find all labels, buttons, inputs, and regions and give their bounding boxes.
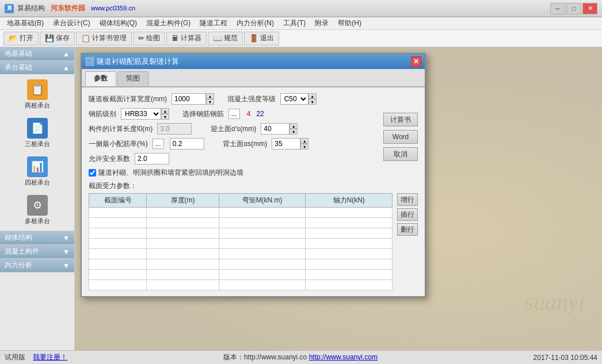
register-link[interactable]: 我要注册！ [33,353,67,361]
width-down-btn[interactable]: ▼ [206,99,214,105]
cell-num-5[interactable] [89,249,147,259]
calc-mgmt-button[interactable]: 📋 计算书管理 [76,32,132,45]
cell-force-2[interactable] [306,218,393,228]
cell-force-8[interactable] [306,280,393,290]
min-rebar-input[interactable] [170,138,204,150]
menu-neilishengji[interactable]: 内力分析(N) [232,17,279,29]
concrete-select[interactable]: C50 C40 C30 [280,93,308,105]
choose-rebar-button[interactable]: ... [228,109,240,119]
menu-suidaogongcheng[interactable]: 隧道工程 [195,17,232,29]
cell-thick-8[interactable] [147,280,219,290]
width-label: 隧道板截面计算宽度(mm) [89,94,167,104]
cell-thick-3[interactable] [147,228,219,239]
cell-force-5[interactable] [306,249,393,259]
concrete-down-btn[interactable]: ▼ [308,99,317,105]
menu-gongju[interactable]: 工具(T) [279,17,310,29]
face-alpha-up-btn[interactable]: ▲ [289,123,298,129]
cell-force-3[interactable] [306,228,393,239]
tunnel-checkbox[interactable] [89,169,96,177]
cell-thick-2[interactable] [147,218,219,228]
rebar-grade-select[interactable]: HRB33 HRB40 HPB30 [121,108,161,120]
concrete-up-btn[interactable]: ▲ [308,93,317,99]
concrete-spinner[interactable]: C50 C40 C30 ▲ ▼ [280,93,317,105]
safety-factor-input[interactable] [135,153,169,164]
calculator-button[interactable]: 🖩 计算器 [166,32,207,45]
cell-thick-1[interactable] [147,208,219,218]
sidebar-header-dijiji[interactable]: 地基基础 ▲ [0,47,74,60]
spec-button[interactable]: 📖 规范 [208,32,243,45]
open-button[interactable]: 📂 打开 [3,32,39,45]
cancel-button[interactable]: 取消 [383,147,418,161]
cell-num-2[interactable] [89,218,147,228]
cell-num-8[interactable] [89,280,147,290]
sidebar-header-qiti[interactable]: 砌体结构 ▼ [0,231,74,244]
exit-button[interactable]: 🚪 退出 [244,32,279,45]
cell-moment-4[interactable] [219,239,306,249]
cell-thick-7[interactable] [147,270,219,280]
face-alpha-down-btn[interactable]: ▼ [289,129,298,135]
menu-hunningtugouji[interactable]: 混凝土构件(G) [142,17,195,29]
cell-num-6[interactable] [89,259,147,270]
cell-force-1[interactable] [306,208,393,218]
width-spinner[interactable]: ▲ ▼ [172,93,214,105]
cell-thick-5[interactable] [147,249,219,259]
sidebar-item-duozhuang[interactable]: ⚙ 多桩承台 [2,192,72,228]
cell-moment-5[interactable] [219,249,306,259]
draw-icon: ✏ [138,34,144,43]
sidebar-header-chengtai[interactable]: 承台基础 ▲ [0,61,74,74]
insert-row-button[interactable]: 插行 [397,208,418,221]
cell-num-3[interactable] [89,228,147,239]
add-row-button[interactable]: 增行 [397,193,418,206]
sidebar-item-sizhuang[interactable]: 📊 四桩承台 [2,154,72,190]
rebar-grade-spinner[interactable]: HRB33 HRB40 HPB30 ▲ ▼ [121,108,169,120]
tab-diagram[interactable]: 简图 [117,71,148,86]
cell-moment-1[interactable] [219,208,306,218]
cell-moment-8[interactable] [219,280,306,290]
cell-force-7[interactable] [306,270,393,280]
back-alpha-spinner[interactable]: ▲ ▼ [272,138,308,150]
face-alpha-spinner[interactable]: ▲ ▼ [261,123,298,135]
tab-params[interactable]: 参数 [85,71,116,86]
sidebar-header-hunningtu[interactable]: 混凝土构件 ▼ [0,245,74,258]
cell-thick-4[interactable] [147,239,219,249]
table-row [89,249,393,259]
sidebar-item-liangzhuang[interactable]: 📋 两桩承台 [2,76,72,113]
cell-force-6[interactable] [306,259,393,270]
dialog-close-button[interactable]: ✕ [411,56,421,67]
cell-thick-6[interactable] [147,259,219,270]
cell-num-4[interactable] [89,239,147,249]
form-row-width-concrete: 隧道板截面计算宽度(mm) ▲ ▼ 混凝土强度等级 C50 C40 [89,93,418,105]
cell-num-7[interactable] [89,270,147,280]
back-alpha-down-btn[interactable]: ▼ [300,144,308,150]
back-alpha-input[interactable] [272,138,300,150]
save-button[interactable]: 💾 保存 [40,32,75,45]
menu-bangzhu[interactable]: 帮助(H) [333,17,366,29]
width-input[interactable] [172,93,206,105]
min-rebar-btn[interactable]: ... [153,139,164,149]
draw-button[interactable]: ✏ 绘图 [133,32,165,45]
rebar-grade-down-btn[interactable]: ▼ [161,114,169,120]
menu-dijijijichu[interactable]: 地基基础(B) [2,17,48,29]
menu-fulu[interactable]: 附录 [310,17,333,29]
minimize-button[interactable]: ─ [550,3,565,14]
cell-moment-7[interactable] [219,270,306,280]
cell-moment-3[interactable] [219,228,306,239]
width-up-btn[interactable]: ▲ [206,93,214,99]
window-close-button[interactable]: ✕ [582,3,597,14]
back-alpha-up-btn[interactable]: ▲ [300,138,308,144]
delete-row-button[interactable]: 删行 [397,223,418,236]
cell-moment-6[interactable] [219,259,306,270]
cell-force-4[interactable] [306,239,393,249]
face-alpha-input[interactable] [261,123,289,135]
menu-chengtaisheji[interactable]: 承台设计(C) [48,17,95,29]
calc-book-button[interactable]: 计算书 [383,113,418,127]
sidebar-item-sanzhuang[interactable]: 📄 三桩承台 [2,115,72,151]
maximize-button[interactable]: □ [566,3,581,14]
rebar-grade-up-btn[interactable]: ▲ [161,108,169,114]
cell-moment-2[interactable] [219,218,306,228]
menu-qitijiegu[interactable]: 砌体结构(Q) [95,17,142,29]
cell-num-1[interactable] [89,208,147,218]
version-url[interactable]: http://www.suanyi.com [309,353,378,361]
sidebar-header-neili[interactable]: 内力分析 ▼ [0,259,74,272]
word-button[interactable]: Word [383,130,418,144]
